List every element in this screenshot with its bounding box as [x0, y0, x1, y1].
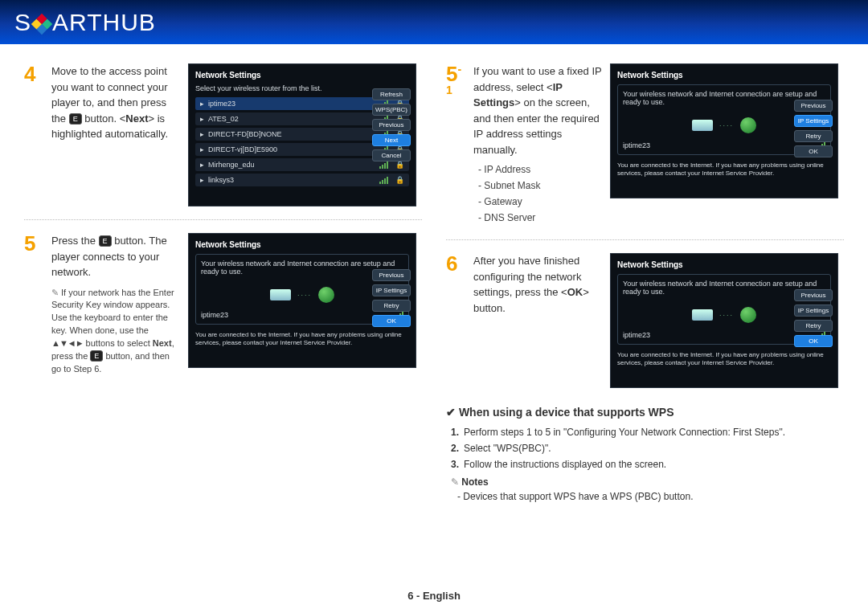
- enter-button-icon: E: [69, 113, 82, 125]
- router-icon: [692, 120, 713, 131]
- previous-button[interactable]: Previous: [794, 100, 833, 112]
- screenshot-side-buttons: Refresh WPS(PBC) Previous Next Cancel: [372, 88, 411, 161]
- wps-heading: When using a device that supports WPS: [446, 406, 844, 419]
- step-5-screenshot: Network Settings Your wireless network a…: [188, 233, 416, 368]
- ip-settings-button[interactable]: IP Settings: [794, 115, 833, 127]
- ip-settings-button[interactable]: IP Settings: [372, 284, 411, 296]
- globe-icon: [740, 307, 756, 323]
- previous-button[interactable]: Previous: [794, 289, 833, 301]
- retry-button[interactable]: Retry: [794, 130, 833, 142]
- enter-button-icon: E: [99, 235, 112, 247]
- cancel-button[interactable]: Cancel: [372, 149, 411, 161]
- left-column: 4 Move to the access point you want to c…: [24, 63, 422, 502]
- step-5-text: Press the E button. The player connects …: [51, 233, 180, 376]
- wps-notes-label: Notes: [451, 476, 844, 488]
- ok-button[interactable]: OK: [372, 315, 411, 327]
- page-body: 4 Move to the access point you want to c…: [0, 44, 868, 510]
- step-6-text: After you have finished configuring the …: [473, 253, 602, 388]
- step-5-number: 5: [24, 233, 43, 376]
- wps-note: Devices that support WPS have a WPS (PBC…: [457, 491, 844, 502]
- ip-settings-button[interactable]: IP Settings: [794, 304, 833, 317]
- step-4-screenshot: Network Settings Select your wireless ro…: [188, 63, 416, 206]
- ok-button[interactable]: OK: [794, 145, 833, 157]
- step-5-note: If your network has the Enter Security K…: [51, 287, 180, 377]
- router-icon: [270, 289, 291, 300]
- ip-settings-list: IP Address Subnet Mask Gateway DNS Serve…: [473, 162, 602, 225]
- right-column: 5 If you want to use a fixed IP address,…: [446, 63, 844, 502]
- previous-button[interactable]: Previous: [372, 269, 411, 281]
- step-5-1: 5 If you want to use a fixed IP address,…: [446, 63, 844, 240]
- step-6-screenshot: Network Settings Your wireless network a…: [610, 253, 838, 388]
- page-banner: SART HUB: [0, 0, 868, 44]
- lock-icon: 🔒: [395, 176, 404, 184]
- step-4: 4 Move to the access point you want to c…: [24, 63, 422, 220]
- globe-icon: [318, 287, 334, 303]
- lock-icon: 🔒: [395, 161, 404, 169]
- ok-button[interactable]: OK: [794, 335, 833, 347]
- wps-pbc-button[interactable]: WPS(PBC): [372, 104, 411, 116]
- previous-button[interactable]: Previous: [372, 119, 411, 131]
- step-5-1-number: 5: [446, 63, 465, 227]
- step-4-number: 4: [24, 63, 43, 206]
- smart-hub-logo-icon: [31, 13, 52, 34]
- retry-button[interactable]: Retry: [372, 300, 411, 312]
- globe-icon: [740, 117, 756, 133]
- step-6-number: 6: [446, 253, 465, 388]
- page-footer: 6 - English: [0, 590, 868, 602]
- wifi-item[interactable]: ▸linksys3🔒: [195, 174, 409, 186]
- step-5-1-text: If you want to use a fixed IP address, s…: [473, 63, 602, 227]
- wps-section: When using a device that supports WPS 1.…: [446, 406, 844, 502]
- step-6: 6 After you have finished configuring th…: [446, 253, 844, 388]
- refresh-button[interactable]: Refresh: [372, 88, 411, 100]
- step-5: 5 Press the E button. The player connect…: [24, 233, 422, 376]
- wps-steps: 1.Perform steps 1 to 5 in "Configuring Y…: [451, 427, 844, 470]
- step-5-1-screenshot: Network Settings Your wireless network a…: [610, 63, 838, 198]
- router-icon: [692, 309, 713, 321]
- retry-button[interactable]: Retry: [794, 320, 833, 332]
- next-button[interactable]: Next: [372, 134, 411, 146]
- step-4-text: Move to the access point you want to con…: [51, 63, 180, 206]
